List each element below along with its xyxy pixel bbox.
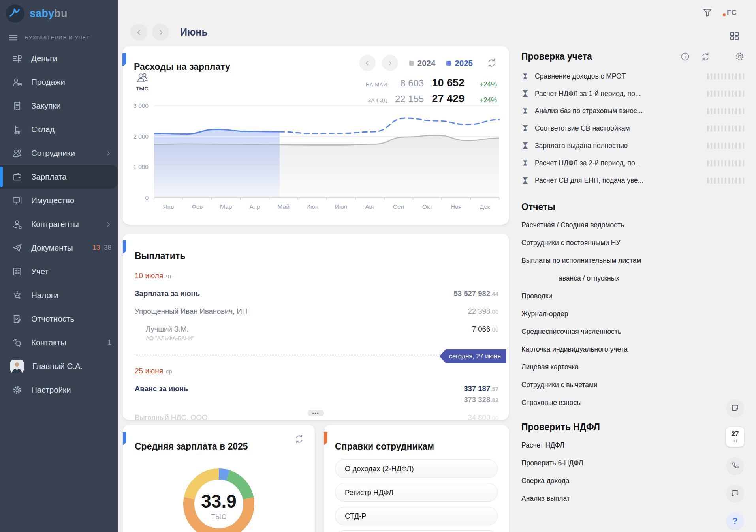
- saby-bird-icon: [6, 4, 24, 23]
- refresh-icon[interactable]: [486, 58, 497, 68]
- sidebar-item-reporting[interactable]: Отчетность: [0, 307, 118, 331]
- cert-button-4[interactable]: Прием на работу иностранца: [335, 530, 498, 532]
- stat-label: ЗА ГОД: [368, 97, 387, 103]
- report-link[interactable]: Страховые взносы: [521, 394, 745, 412]
- report-link[interactable]: Карточка индивидуального учета: [521, 341, 745, 358]
- svg-text:3 000: 3 000: [133, 102, 149, 109]
- info-icon[interactable]: [680, 52, 690, 62]
- report-link[interactable]: Сверка дохода: [521, 472, 745, 490]
- check-item[interactable]: Сравнение доходов с МРОТ: [521, 67, 745, 85]
- app-logo[interactable]: sabybu: [0, 0, 118, 23]
- cert-button-1[interactable]: О доходах (2-НДФЛ): [335, 459, 498, 478]
- pay-row[interactable]: Аванс за июнь337 187.57373 328.82: [135, 384, 498, 404]
- sidebar-item-purchases[interactable]: Закупки: [0, 94, 118, 118]
- hourglass-icon: [521, 142, 529, 150]
- check-item[interactable]: Расчет НДФЛ за 2-й период, по...: [521, 154, 745, 172]
- progress-placeholder: [707, 73, 745, 79]
- sidebar-item-counter: 1: [108, 339, 111, 347]
- chart-stats: НА МАЙ8 60310 652+24%ЗА ГОД22 15527 429+…: [366, 77, 497, 105]
- prev-period-button[interactable]: [130, 24, 147, 41]
- sidebar-item-sales[interactable]: Продажи: [0, 70, 118, 94]
- calendar-widget[interactable]: 27 пт: [726, 427, 744, 447]
- stat-label: НА МАЙ: [366, 82, 387, 88]
- logo-text-primary: saby: [30, 7, 54, 19]
- sidebar-item-money[interactable]: Деньги: [0, 47, 118, 70]
- sidebar-item-documents[interactable]: Документы13|38: [0, 236, 118, 260]
- floating-rail: 27 пт ?: [726, 399, 745, 530]
- sidebar-item-salary[interactable]: Зарплата: [0, 165, 118, 189]
- legend-2025[interactable]: 2025: [446, 58, 473, 68]
- check-item[interactable]: Соответствие СВ настройкам: [521, 120, 745, 137]
- user-initials[interactable]: ГС: [727, 8, 737, 17]
- legend-2024[interactable]: 2024: [409, 58, 436, 68]
- check-item[interactable]: Зарплата выдана полностью: [521, 137, 745, 154]
- check-item[interactable]: Анализ баз по страховым взнос...: [521, 102, 745, 120]
- note-icon[interactable]: [726, 399, 744, 417]
- sidebar-item-label: Настройки: [31, 385, 111, 395]
- svg-text:1 000: 1 000: [133, 163, 149, 170]
- sidebar-item-accounting[interactable]: Учет: [0, 260, 118, 283]
- pay-weekday: чт: [166, 273, 172, 279]
- contacts-icon: [12, 337, 23, 348]
- check-item-label: Расчет НДФЛ за 2-й период, по...: [535, 159, 701, 167]
- chat-icon[interactable]: [726, 485, 744, 502]
- logo-text: sabybu: [30, 7, 68, 20]
- check-item-label: Анализ баз по страховым взнос...: [535, 107, 701, 115]
- refresh-icon[interactable]: [700, 52, 711, 62]
- refresh-icon[interactable]: [294, 434, 305, 444]
- check-item[interactable]: Расчет НДФЛ за 1-й период, по...: [521, 85, 745, 102]
- check-item[interactable]: Расчет СВ для ЕНП, подача уве...: [521, 172, 745, 189]
- report-link[interactable]: Выплаты по исполнительным листам: [521, 252, 745, 270]
- sidebar-item-label: Налоги: [31, 290, 111, 300]
- check-item-label: Сравнение доходов с МРОТ: [535, 72, 701, 81]
- pay-row[interactable]: Лучший З.М.АО "АЛЬФА-БАНК"7 066.00: [135, 325, 498, 341]
- report-link[interactable]: Лицевая карточка: [521, 358, 745, 376]
- sidebar-item-settings[interactable]: Настройки: [0, 378, 118, 402]
- today-badge: сегодня, 27 июня: [440, 349, 506, 363]
- card-accent: [122, 53, 126, 67]
- gear-icon[interactable]: [734, 51, 745, 62]
- apps-grid-icon[interactable]: [729, 31, 740, 41]
- report-link[interactable]: Расчетная / Сводная ведомость: [521, 216, 745, 234]
- stat-prev: 22 155: [395, 94, 424, 105]
- sidebar-item-contacts[interactable]: Контакты1: [0, 331, 118, 354]
- hamburger-menu-icon[interactable]: [8, 33, 18, 43]
- topbar: ГС: [699, 0, 747, 47]
- sidebar-item-warehouse[interactable]: Склад: [0, 118, 118, 141]
- progress-placeholder: [707, 126, 745, 131]
- pay-row[interactable]: Зарплата за июнь53 527 982.44: [135, 289, 498, 298]
- report-link[interactable]: Анализ выплат: [521, 490, 745, 508]
- report-link[interactable]: Сотрудники с вычетами: [521, 376, 745, 394]
- report-link[interactable]: Сотрудники с постоянными НУ: [521, 234, 745, 252]
- report-link[interactable]: аванса / отпускных: [521, 270, 745, 287]
- today-divider: сегодня, 27 июня: [135, 356, 498, 356]
- sidebar-item-employees[interactable]: Сотрудники: [0, 141, 118, 165]
- cert-button-3[interactable]: СТД-Р: [335, 507, 498, 525]
- page-header: Июнь: [130, 24, 208, 41]
- show-more-button[interactable]: •••: [308, 410, 324, 416]
- sidebar-item-label: Документы: [31, 243, 84, 253]
- cert-button-2[interactable]: Регистр НДФЛ: [335, 483, 498, 502]
- filter-funnel-icon[interactable]: [702, 7, 713, 18]
- pay-card-title: Выплатить: [135, 251, 498, 261]
- sidebar-item-label: Контакты: [31, 338, 99, 347]
- pay-row[interactable]: Упрощенный Иван Иванович, ИП22 398.00: [135, 307, 498, 316]
- chart-next-button[interactable]: [382, 55, 398, 71]
- sidebar-item-taxes[interactable]: Налоги: [0, 283, 118, 307]
- accounting-icon: [12, 266, 23, 277]
- report-link[interactable]: Журнал-ордер: [521, 305, 745, 323]
- report-link[interactable]: Проверить 6-НДФЛ: [521, 454, 745, 472]
- sidebar-item-label: Продажи: [31, 77, 111, 87]
- next-period-button[interactable]: [152, 24, 169, 41]
- sidebar-item-label: Склад: [31, 125, 111, 134]
- report-link[interactable]: Среднесписочная численность: [521, 323, 745, 341]
- phone-icon[interactable]: [726, 457, 744, 474]
- help-icon[interactable]: ?: [726, 512, 744, 530]
- sidebar-item-user[interactable]: Главный С.А.: [0, 354, 118, 378]
- sidebar-item-contractors[interactable]: Контрагенты: [0, 212, 118, 236]
- chart-prev-button[interactable]: [359, 55, 376, 71]
- report-link[interactable]: Проводки: [521, 287, 745, 305]
- sidebar-item-property[interactable]: Имущество: [0, 189, 118, 212]
- stat-prev: 8 603: [400, 78, 424, 89]
- report-link[interactable]: Расчет НДФЛ: [521, 436, 745, 454]
